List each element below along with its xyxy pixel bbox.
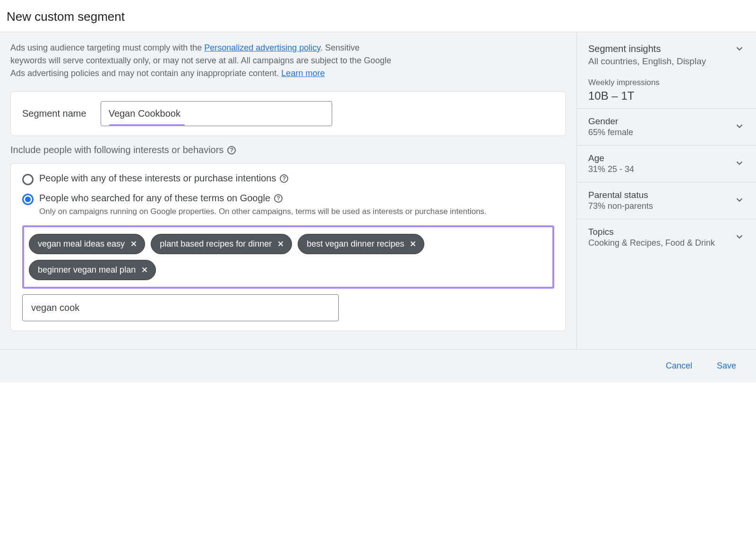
insights-subtitle: All countries, English, Display xyxy=(588,56,706,67)
cancel-button[interactable]: Cancel xyxy=(660,357,698,375)
term-chip: plant based recipes for dinner xyxy=(151,234,292,254)
add-term-input[interactable] xyxy=(22,294,339,321)
insight-gender[interactable]: Gender 65% female xyxy=(577,108,756,145)
behaviors-card: People with any of these interests or pu… xyxy=(10,163,566,331)
help-icon[interactable]: ? xyxy=(280,174,288,183)
radio-searched-sublabel: Only on campaigns running on Google prop… xyxy=(39,206,554,218)
chevron-down-icon[interactable] xyxy=(734,43,745,55)
insight-value: 31% 25 - 34 xyxy=(588,164,730,174)
insight-parental-status[interactable]: Parental status 73% non-parents xyxy=(577,182,756,219)
insight-label: Parental status xyxy=(588,190,730,200)
chip-label: plant based recipes for dinner xyxy=(160,239,272,249)
term-chip: best vegan dinner recipes xyxy=(298,234,424,254)
insights-title: Segment insights xyxy=(588,43,706,54)
content-area: Ads using audience targeting must comply… xyxy=(0,32,756,349)
main-panel: Ads using audience targeting must comply… xyxy=(0,32,576,349)
search-terms-chips: vegan meal ideas easy plant based recipe… xyxy=(22,225,554,289)
policy-text-prefix: Ads using audience targeting must comply… xyxy=(10,43,204,52)
include-heading: Include people with following interests … xyxy=(10,145,566,155)
chevron-down-icon[interactable] xyxy=(734,195,745,206)
chip-label: best vegan dinner recipes xyxy=(307,239,404,249)
chevron-down-icon[interactable] xyxy=(734,158,745,170)
highlight-underline xyxy=(109,124,185,126)
radio-searched-label: People who searched for any of these ter… xyxy=(39,193,270,204)
include-heading-text: Include people with following interests … xyxy=(10,145,223,155)
learn-more-link[interactable]: Learn more xyxy=(281,69,325,78)
impressions-value: 10B – 1T xyxy=(588,89,745,103)
impressions-label: Weekly impressions xyxy=(588,78,745,87)
help-icon[interactable]: ? xyxy=(274,194,283,203)
policy-link[interactable]: Personalized advertising policy xyxy=(204,43,320,52)
insight-topics[interactable]: Topics Cooking & Recipes, Food & Drink xyxy=(577,219,756,256)
insight-value: Cooking & Recipes, Food & Drink xyxy=(588,238,730,248)
radio-icon-selected xyxy=(22,194,34,205)
policy-notice: Ads using audience targeting must comply… xyxy=(10,42,398,80)
insight-label: Topics xyxy=(588,227,730,237)
chevron-down-icon[interactable] xyxy=(734,121,745,133)
chip-label: beginner vegan meal plan xyxy=(38,265,136,275)
insights-sidebar: Segment insights All countries, English,… xyxy=(576,32,756,349)
segment-name-label: Segment name xyxy=(22,108,86,119)
close-icon[interactable] xyxy=(409,240,417,248)
insight-label: Age xyxy=(588,153,730,163)
close-icon[interactable] xyxy=(276,240,285,248)
radio-icon xyxy=(22,174,34,185)
insight-value: 65% female xyxy=(588,128,730,137)
close-icon[interactable] xyxy=(129,240,138,248)
radio-interests[interactable]: People with any of these interests or pu… xyxy=(22,173,554,185)
chip-label: vegan meal ideas easy xyxy=(38,239,125,249)
radio-searched-terms[interactable]: People who searched for any of these ter… xyxy=(22,193,554,218)
header: New custom segment xyxy=(0,0,756,32)
radio-interests-label: People with any of these interests or pu… xyxy=(39,173,276,184)
insight-value: 73% non-parents xyxy=(588,201,730,211)
insight-age[interactable]: Age 31% 25 - 34 xyxy=(577,145,756,182)
footer: Cancel Save xyxy=(0,349,756,382)
save-button[interactable]: Save xyxy=(711,357,742,375)
close-icon[interactable] xyxy=(140,266,149,274)
segment-name-input[interactable] xyxy=(101,101,332,126)
page-title: New custom segment xyxy=(7,9,749,24)
segment-name-card: Segment name xyxy=(10,91,566,136)
help-icon[interactable]: ? xyxy=(227,146,236,154)
insight-label: Gender xyxy=(588,116,730,127)
chevron-down-icon[interactable] xyxy=(734,231,745,243)
radio-dot-icon xyxy=(25,197,31,202)
term-chip: beginner vegan meal plan xyxy=(29,260,156,280)
term-chip: vegan meal ideas easy xyxy=(29,234,145,254)
